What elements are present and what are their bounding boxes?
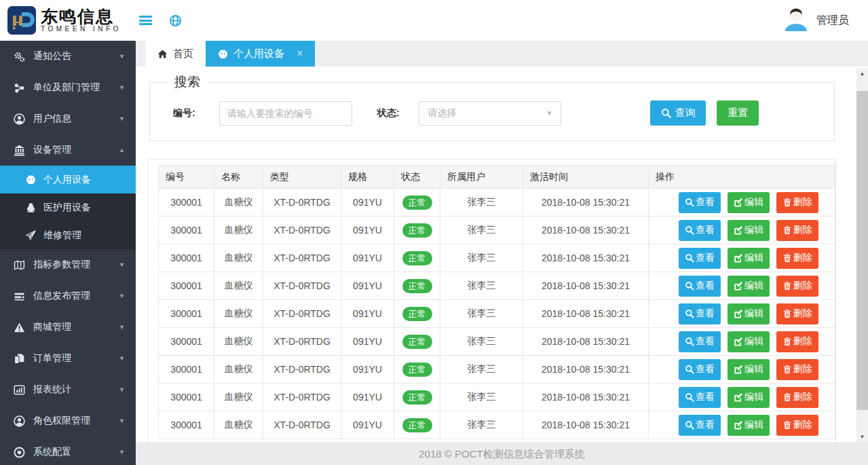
- delete-button[interactable]: 删除: [776, 331, 818, 352]
- sidebar-item-publishing[interactable]: 信息发布管理 ▼: [0, 280, 136, 312]
- cell-actions: 查看 编辑 删除: [649, 272, 835, 300]
- devices-submenu: 个人用设备 医护用设备 维修管理: [0, 166, 136, 249]
- sidebar-item-users[interactable]: 用户信息 ▼: [0, 103, 136, 134]
- edit-button[interactable]: 编辑: [728, 220, 770, 241]
- reset-button[interactable]: 重置: [717, 100, 759, 126]
- edit-button[interactable]: 编辑: [728, 192, 770, 213]
- cell-type: XT-D-0RTDG: [263, 411, 341, 439]
- cell-type: XT-D-0RTDG: [263, 244, 341, 272]
- cell-type: XT-D-0RTDG: [263, 272, 341, 300]
- sidebar-item-orders[interactable]: 订单管理 ▼: [0, 343, 136, 374]
- edit-button[interactable]: 编辑: [728, 276, 770, 297]
- chevron-down-icon: ▼: [119, 261, 125, 268]
- sidebar-item-roles[interactable]: 角色权限管理 ▼: [0, 405, 136, 436]
- scrollbar-thumb[interactable]: [856, 91, 868, 410]
- search-icon: [685, 365, 694, 374]
- edit-button[interactable]: 编辑: [728, 359, 770, 380]
- vertical-scrollbar[interactable]: ▲ ▼: [856, 68, 868, 443]
- sidebar-item-indicators[interactable]: 指标参数管理 ▼: [0, 249, 136, 280]
- view-button[interactable]: 查看: [679, 387, 721, 408]
- view-button[interactable]: 查看: [679, 359, 721, 380]
- trash-icon: [782, 420, 792, 430]
- edit-button[interactable]: 编辑: [728, 331, 770, 352]
- scrollbar-down-button[interactable]: ▼: [856, 431, 868, 443]
- cell-name: 血糖仪: [214, 328, 263, 356]
- edit-button-label: 编辑: [744, 419, 763, 431]
- edit-button-label: 编辑: [744, 335, 763, 348]
- sidebar-item-personal-devices[interactable]: 个人用设备: [0, 166, 136, 193]
- cell-actions: 查看 编辑 删除: [649, 411, 835, 439]
- sidebar-item-label: 角色权限管理: [33, 415, 90, 427]
- cell-type: XT-D-0RTDG: [263, 328, 341, 356]
- status-select[interactable]: 请选择 ▼: [419, 101, 561, 126]
- number-search-input[interactable]: [219, 101, 352, 126]
- close-icon[interactable]: ×: [297, 48, 303, 59]
- cell-status: 正常: [394, 356, 440, 384]
- tab-personal-devices[interactable]: 个人用设备 ×: [206, 41, 315, 67]
- search-icon: [685, 281, 694, 291]
- status-select-value: 请选择: [428, 107, 456, 119]
- cell-number: 300001: [159, 189, 214, 217]
- view-button[interactable]: 查看: [679, 415, 721, 436]
- cell-number: 300001: [159, 356, 214, 384]
- delete-button[interactable]: 删除: [776, 387, 818, 408]
- delete-button[interactable]: 删除: [776, 192, 818, 213]
- cell-name: 血糖仪: [214, 272, 263, 300]
- sidebar-item-mall[interactable]: 商城管理 ▼: [0, 312, 136, 343]
- trash-icon: [782, 365, 792, 374]
- edit-button[interactable]: 编辑: [728, 387, 770, 408]
- edit-button[interactable]: 编辑: [728, 248, 770, 269]
- header-name: 名称: [214, 166, 263, 189]
- edit-icon: [734, 309, 743, 318]
- cell-user: 张李三: [440, 272, 523, 300]
- view-button[interactable]: 查看: [679, 303, 721, 324]
- header-spec: 规格: [341, 166, 394, 189]
- sidebar-item-reports[interactable]: 报表统计 ▼: [0, 374, 136, 405]
- sidebar-item-notice[interactable]: 通知公告 ▼: [0, 41, 136, 72]
- chevron-down-icon: ▼: [119, 324, 125, 331]
- sidebar-item-departments[interactable]: 单位及部门管理 ▼: [0, 72, 136, 103]
- cell-activated: 2018-10-08 15:30:21: [523, 300, 649, 328]
- cell-status: 正常: [394, 384, 440, 411]
- edit-button[interactable]: 编辑: [728, 303, 770, 324]
- header-number: 编号: [159, 166, 214, 189]
- sidebar-item-label: 设备管理: [33, 144, 71, 156]
- status-badge: 正常: [402, 362, 432, 377]
- header-user: 所属用户: [440, 166, 523, 189]
- delete-button[interactable]: 删除: [776, 276, 818, 297]
- view-button[interactable]: 查看: [679, 192, 721, 213]
- view-button[interactable]: 查看: [679, 331, 721, 352]
- table-row: 300001 血糖仪 XT-D-0RTDG 091YU 正常 张李三 2018-…: [159, 189, 835, 217]
- delete-button[interactable]: 删除: [776, 303, 818, 324]
- cell-spec: 091YU: [341, 411, 394, 439]
- chevron-down-icon: ▼: [546, 109, 552, 117]
- user-menu[interactable]: 管理员: [782, 0, 849, 41]
- delete-button[interactable]: 删除: [776, 359, 818, 380]
- view-button[interactable]: 查看: [679, 220, 721, 241]
- edit-button[interactable]: 编辑: [728, 415, 770, 436]
- globe-icon[interactable]: [170, 15, 181, 26]
- view-button[interactable]: 查看: [679, 248, 721, 269]
- status-badge: 正常: [402, 307, 432, 321]
- sidebar-item-medical-devices[interactable]: 医护用设备: [0, 193, 136, 221]
- delete-button[interactable]: 删除: [776, 415, 818, 436]
- sidebar-item-devices[interactable]: 设备管理 ▲: [0, 134, 136, 166]
- sidebar-item-settings[interactable]: 系统配置 ▼: [0, 436, 136, 465]
- view-button[interactable]: 查看: [679, 276, 721, 297]
- home-icon: [157, 49, 168, 59]
- chevron-down-icon: ▼: [119, 115, 125, 122]
- query-button[interactable]: 查询: [650, 100, 706, 126]
- page-footer: 2018 © POCT检测信息综合管理系统: [136, 443, 868, 465]
- search-icon: [685, 309, 694, 318]
- cell-activated: 2018-10-08 15:30:21: [523, 189, 649, 217]
- scrollbar-up-button[interactable]: ▲: [856, 68, 868, 79]
- hamburger-icon[interactable]: [139, 14, 152, 27]
- delete-button[interactable]: 删除: [776, 220, 818, 241]
- sidebar-item-repair[interactable]: 维修管理: [0, 221, 136, 249]
- sidebar-item-label: 维修管理: [43, 229, 81, 242]
- cell-type: XT-D-0RTDG: [263, 300, 341, 328]
- avatar: [782, 7, 810, 34]
- delete-button[interactable]: 删除: [776, 248, 818, 269]
- tab-home[interactable]: 首页: [145, 41, 206, 67]
- copy-icon: [14, 353, 25, 365]
